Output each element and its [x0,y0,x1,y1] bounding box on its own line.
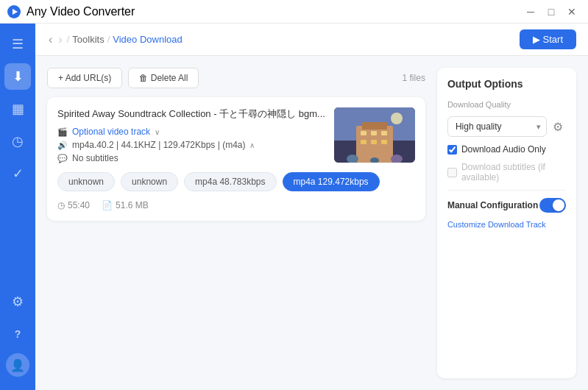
title-bar-left: Any Video Converter [7,5,135,18]
file-meta-icon: 📄 [102,200,113,210]
quality-select-row: High quality ▾ ⚙ [447,116,566,137]
output-options-panel: Output Options Download Quality High qua… [437,68,576,378]
track-chip-1[interactable]: unknown [121,172,178,191]
audio-track-info: mp4a.40.2 | 44.1KHZ | 129.472Kbps | (m4a… [72,140,245,150]
breadcrumb-toolkits[interactable]: Toolkits [72,34,104,45]
quality-group: Download Quality High quality ▾ ⚙ [447,100,566,137]
video-card-header: Spirited Away Soundtrack Collection - 千と… [57,107,415,163]
video-info: Spirited Away Soundtrack Collection - 千と… [57,107,325,163]
svg-rect-5 [362,122,387,130]
download-subtitles-checkbox[interactable] [447,168,457,177]
audio-icon: 🔊 [57,141,68,150]
subtitle-row: 💬 No subtitles [57,153,325,163]
sidebar-item-menu[interactable]: ☰ [4,31,31,57]
filesize-meta: 📄 51.6 MB [102,200,149,210]
nav-buttons: ‹ › [47,33,64,46]
optional-track-row: 🎬 Optional video track ∨ [57,127,325,137]
video-meta: ◷ 55:40 📄 51.6 MB [57,200,415,210]
sidebar-item-check[interactable]: ✓ [4,160,31,187]
main-container: ☰ ⬇ ▦ ◷ ✓ ⚙ ? 👤 ‹ › / Toolkits / Video D… [0,24,588,390]
filesize-value: 51.6 MB [116,200,149,210]
breadcrumb-separator-1: / [67,34,70,45]
start-button[interactable]: ▶ Start [520,29,576,49]
svg-rect-11 [381,140,387,144]
track-chevron-down[interactable]: ∨ [155,128,160,136]
output-options-title: Output Options [447,78,566,90]
manual-config-label: Manual Configuration [447,200,538,210]
delete-all-button[interactable]: 🗑 Delete All [128,68,199,88]
title-bar: Any Video Converter ─ □ ✕ [0,0,588,24]
duration-value: 55:40 [68,200,90,210]
video-thumbnail [334,107,415,163]
manual-config-row: Manual Configuration [447,198,566,213]
app-title: Any Video Converter [26,5,135,18]
sidebar-item-clock[interactable]: ◷ [4,128,31,155]
breadcrumb-current: Video Download [113,34,182,45]
download-audio-only-row: Download Audio Only [447,144,566,155]
breadcrumb: ‹ › / Toolkits / Video Download [47,33,183,46]
svg-point-15 [391,113,403,124]
quality-select-wrapper: High quality ▾ [447,116,547,137]
track-chip-3[interactable]: mp4a 129.472kbps [283,172,380,191]
subtitle-label: No subtitles [72,153,118,163]
manual-config-toggle[interactable] [539,198,566,213]
download-subtitles-label: Download subtitles (if available) [461,162,566,182]
customize-label[interactable]: Customize Download Track [447,220,566,229]
svg-rect-10 [371,140,377,144]
sidebar-bottom: ⚙ ? 👤 [4,288,31,383]
quality-settings-button[interactable]: ⚙ [550,117,566,137]
forward-button[interactable]: › [57,33,63,46]
close-button[interactable]: ✕ [563,3,581,21]
download-audio-only-checkbox[interactable] [447,145,457,155]
audio-row: 🔊 mp4a.40.2 | 44.1KHZ | 129.472Kbps | (m… [57,140,325,150]
title-bar-controls: ─ □ ✕ [522,3,581,21]
sidebar-item-settings[interactable]: ⚙ [4,288,31,315]
svg-rect-9 [361,140,366,144]
audio-chevron-up[interactable]: ∧ [249,141,255,149]
toolbar: ‹ › / Toolkits / Video Download ▶ Start [35,24,588,56]
duration-meta: ◷ 55:40 [57,200,90,210]
svg-rect-8 [381,131,387,135]
add-url-button[interactable]: + Add URL(s) [47,68,122,88]
file-count: 1 files [403,73,425,83]
avatar-icon: 👤 [10,358,25,372]
download-audio-only-label: Download Audio Only [461,144,546,155]
optional-track-label[interactable]: Optional video track [72,127,150,137]
content-area: ‹ › / Toolkits / Video Download ▶ Start … [35,24,588,390]
subtitle-icon: 💬 [57,154,68,163]
sidebar-item-download[interactable]: ⬇ [4,63,31,90]
action-bar-left: + Add URL(s) 🗑 Delete All [47,68,199,88]
back-button[interactable]: ‹ [47,33,54,46]
track-chip-0[interactable]: unknown [57,172,115,191]
left-panel: + Add URL(s) 🗑 Delete All 1 files Spirit… [47,68,425,378]
track-options: unknown unknown mp4a 48.783kbps mp4a 129… [57,172,415,191]
divider [447,190,566,191]
video-track-icon: 🎬 [57,127,68,137]
app-logo [7,5,21,18]
quality-label: Download Quality [447,100,566,109]
sidebar-item-chart[interactable]: ▦ [4,96,31,122]
page-content: + Add URL(s) 🗑 Delete All 1 files Spirit… [35,56,588,390]
download-subtitles-row: Download subtitles (if available) [447,162,566,182]
sidebar-item-avatar[interactable]: 👤 [6,353,29,377]
toggle-knob [553,199,564,211]
clock-meta-icon: ◷ [57,200,65,210]
sidebar-item-help[interactable]: ? [4,321,31,347]
thumbnail-image [334,107,415,163]
video-card: Spirited Away Soundtrack Collection - 千と… [47,97,425,221]
svg-rect-7 [371,131,377,135]
quality-select[interactable]: High quality [447,116,547,137]
action-bar: + Add URL(s) 🗑 Delete All 1 files [47,68,425,88]
maximize-button[interactable]: □ [542,3,560,21]
minimize-button[interactable]: ─ [522,3,539,21]
breadcrumb-separator-2: / [107,34,110,45]
sidebar: ☰ ⬇ ▦ ◷ ✓ ⚙ ? 👤 [0,24,35,390]
track-chip-2[interactable]: mp4a 48.783kbps [184,172,276,191]
video-title: Spirited Away Soundtrack Collection - 千と… [57,107,325,121]
svg-rect-6 [361,131,366,135]
